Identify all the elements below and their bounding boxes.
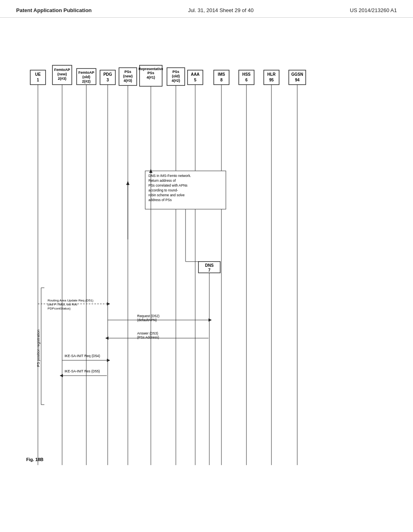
svg-text:PSs: PSs	[172, 70, 179, 74]
svg-marker-82	[105, 337, 108, 340]
svg-text:IKE-SA-INIT Res (D55): IKE-SA-INIT Res (D55)	[65, 369, 100, 373]
svg-marker-91	[60, 374, 63, 377]
svg-text:HLR: HLR	[267, 72, 276, 77]
svg-text:address of PSs: address of PSs	[148, 198, 172, 202]
svg-text:AAA: AAA	[191, 72, 200, 77]
svg-text:DNS: DNS	[205, 263, 213, 268]
svg-text:PDPcontStatus): PDPcontStatus)	[48, 307, 71, 310]
svg-text:GGSN: GGSN	[291, 72, 303, 77]
svg-text:Return address of: Return address of	[148, 179, 176, 183]
svg-text:Routing Area Update Req (D51): Routing Area Update Req (D51)	[48, 299, 94, 302]
svg-text:Answer (D53): Answer (D53)	[137, 331, 158, 335]
svg-text:FemtoAP: FemtoAP	[54, 68, 70, 72]
svg-text:3: 3	[106, 78, 109, 82]
svg-text:HSS: HSS	[242, 72, 251, 77]
svg-text:(new): (new)	[57, 72, 67, 76]
svg-text:IKE-SA-INIT Req (D54): IKE-SA-INIT Req (D54)	[65, 354, 100, 358]
svg-marker-69	[107, 302, 110, 305]
svg-text:4(#2): 4(#2)	[171, 79, 180, 83]
svg-marker-86	[126, 181, 129, 185]
svg-text:PSs: PSs	[124, 70, 131, 74]
sheet-info: Jul. 31, 2014 Sheet 29 of 40	[188, 7, 254, 13]
svg-text:4(#3): 4(#3)	[123, 79, 132, 83]
svg-text:Representative: Representative	[139, 67, 163, 71]
svg-text:4(#1): 4(#1)	[146, 75, 155, 79]
svg-text:PDG: PDG	[103, 72, 112, 77]
svg-text:Request (D52): Request (D52)	[137, 314, 159, 318]
svg-text:(old): (old)	[82, 75, 90, 79]
publication-label: Patent Application Publication	[16, 7, 92, 13]
svg-text:FemtoAP: FemtoAP	[78, 71, 94, 75]
svg-text:(new): (new)	[123, 74, 133, 78]
svg-text:UE: UE	[35, 72, 41, 77]
svg-text:8: 8	[220, 78, 223, 82]
svg-text:(old): (old)	[172, 74, 180, 78]
svg-text:2(#3): 2(#3)	[58, 77, 66, 81]
svg-text:95: 95	[269, 78, 274, 82]
diagram-svg: UE 1 FemtoAP (new) 2(#3) FemtoAP (old) 2…	[12, 22, 399, 522]
svg-text:IMS: IMS	[218, 72, 225, 77]
svg-text:DNS in IMS-Femto network.: DNS in IMS-Femto network.	[148, 174, 191, 178]
svg-text:(defaultAPN): (defaultAPN)	[137, 318, 157, 322]
svg-text:Fig. 18B: Fig. 18B	[26, 457, 44, 462]
svg-text:94: 94	[295, 78, 300, 82]
svg-text:PSs: PSs	[147, 71, 154, 75]
page-header: Patent Application Publication Jul. 31, …	[0, 0, 413, 18]
diagram-area: UE 1 FemtoAP (new) 2(#3) FemtoAP (old) 2…	[0, 18, 413, 526]
svg-text:PSs correlated with APNs: PSs correlated with APNs	[148, 183, 188, 187]
svg-text:(old P-TMSI, old RAI: (old P-TMSI, old RAI	[48, 303, 77, 306]
svg-text:according to round-: according to round-	[148, 188, 178, 192]
svg-marker-88	[107, 359, 110, 362]
svg-text:2(#2): 2(#2)	[82, 79, 90, 83]
svg-text:7: 7	[208, 268, 211, 272]
svg-text:PS position registration: PS position registration	[36, 330, 40, 367]
svg-marker-78	[209, 318, 212, 322]
svg-text:(PSs Address): (PSs Address)	[137, 335, 159, 339]
patent-number: US 2014/213260 A1	[350, 7, 397, 13]
svg-text:1: 1	[37, 78, 39, 82]
svg-text:6: 6	[245, 78, 248, 82]
svg-text:5: 5	[194, 78, 196, 82]
svg-text:robin scheme and solve: robin scheme and solve	[148, 193, 185, 197]
